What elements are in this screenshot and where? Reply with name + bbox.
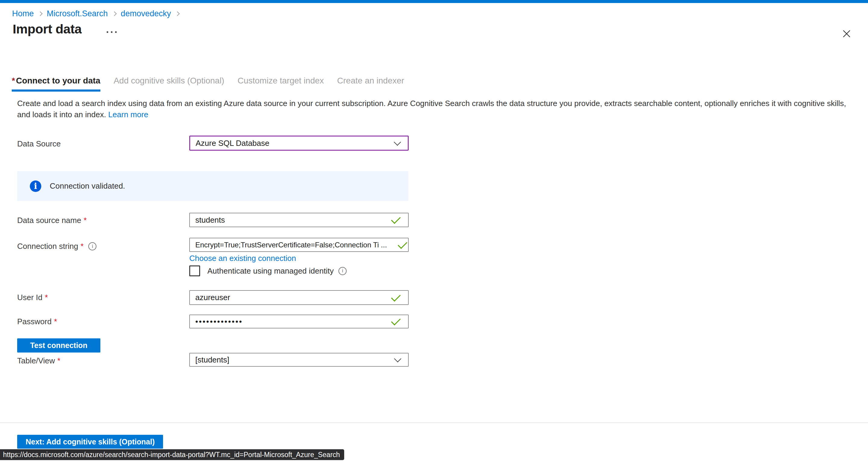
choose-existing-connection-link[interactable]: Choose an existing connection (189, 254, 296, 263)
label-text: Password (17, 317, 52, 326)
tab-add-cognitive-skills[interactable]: Add cognitive skills (Optional) (114, 76, 224, 92)
required-asterisk: * (57, 356, 60, 366)
tab-label: Create an indexer (337, 76, 404, 85)
label-text: Data Source (17, 139, 61, 149)
user-id-label: User Id * (17, 293, 48, 302)
data-source-name-label: Data source name * (17, 216, 87, 225)
breadcrumb-demovedecky[interactable]: demovedecky (121, 9, 171, 19)
required-asterisk: * (81, 242, 84, 251)
connection-string-label: Connection string * i (17, 242, 96, 251)
password-masked-value: ••••••••••••• (195, 317, 243, 326)
footer-divider (0, 423, 868, 423)
label-text: Data source name (17, 216, 81, 225)
user-id-input[interactable]: azureuser (189, 290, 409, 305)
chevron-right-icon (38, 11, 43, 16)
required-asterisk: * (54, 317, 57, 326)
ellipsis-dot (107, 31, 108, 33)
intro-paragraph: Create and load a search index using dat… (17, 98, 852, 120)
label-text: User Id (17, 293, 42, 302)
table-view-dropdown[interactable]: [students] (189, 353, 409, 367)
connection-string-input[interactable]: Encrypt=True;TrustServerCertificate=Fals… (189, 238, 409, 252)
connection-string-value: Encrypt=True;TrustServerCertificate=Fals… (195, 241, 387, 249)
close-icon[interactable] (841, 28, 852, 40)
managed-identity-label: Authenticate using managed identity (207, 266, 334, 276)
top-accent-bar (0, 0, 868, 3)
data-source-label: Data Source (17, 139, 61, 149)
tab-create-an-indexer[interactable]: Create an indexer (337, 76, 404, 92)
required-asterisk: * (12, 76, 15, 85)
password-label: Password * (17, 317, 57, 326)
label-text: Connection string (17, 242, 78, 251)
validation-check-icon (391, 316, 401, 326)
managed-identity-checkbox[interactable] (189, 266, 200, 276)
chevron-down-icon (394, 355, 401, 363)
banner-message: Connection validated. (50, 181, 125, 191)
data-source-selected-value: Azure SQL Database (195, 139, 270, 148)
required-asterisk: * (45, 293, 48, 302)
data-source-dropdown[interactable]: Azure SQL Database (189, 135, 409, 151)
chevron-right-icon (175, 11, 180, 16)
user-id-value: azureuser (195, 293, 230, 302)
breadcrumb: Home Microsoft.Search demovedecky (12, 9, 184, 19)
chevron-right-icon (112, 11, 117, 16)
info-icon[interactable]: i (338, 267, 347, 275)
breadcrumb-microsoft-search[interactable]: Microsoft.Search (47, 9, 108, 19)
link-url-status-bar: https://docs.microsoft.com/azure/search/… (0, 449, 344, 460)
managed-identity-row: Authenticate using managed identity i (189, 266, 347, 276)
label-text: Table/View (17, 356, 55, 366)
data-source-name-value: students (195, 215, 225, 225)
import-data-page: Home Microsoft.Search demovedecky Import… (0, 0, 868, 461)
required-asterisk: * (84, 216, 87, 225)
next-add-cognitive-skills-button[interactable]: Next: Add cognitive skills (Optional) (17, 435, 163, 449)
tab-bar: *Connect to your data Add cognitive skil… (12, 76, 404, 92)
info-icon: i (30, 181, 41, 192)
validation-check-icon (391, 214, 401, 224)
tab-label: Connect to your data (16, 76, 100, 85)
info-icon[interactable]: i (88, 242, 96, 250)
validation-check-icon (398, 239, 407, 249)
tab-connect-to-your-data[interactable]: *Connect to your data (12, 76, 100, 92)
data-source-name-input[interactable]: students (189, 213, 409, 227)
password-input[interactable]: ••••••••••••• (189, 314, 409, 329)
tab-label: Customize target index (238, 76, 324, 85)
tab-label: Add cognitive skills (Optional) (114, 76, 224, 85)
breadcrumb-home[interactable]: Home (12, 9, 34, 19)
ellipsis-dot (111, 31, 113, 33)
connection-validated-banner: i Connection validated. (17, 171, 408, 201)
ellipsis-dot (115, 31, 117, 33)
table-view-selected-value: [students] (195, 355, 229, 365)
tab-customize-target-index[interactable]: Customize target index (238, 76, 324, 92)
learn-more-link[interactable]: Learn more (108, 110, 148, 119)
more-options-icon[interactable] (105, 30, 119, 35)
table-view-label: Table/View * (17, 356, 60, 366)
test-connection-button[interactable]: Test connection (17, 338, 100, 352)
page-title: Import data (13, 22, 82, 36)
chevron-down-icon (394, 139, 401, 146)
validation-check-icon (391, 292, 401, 302)
